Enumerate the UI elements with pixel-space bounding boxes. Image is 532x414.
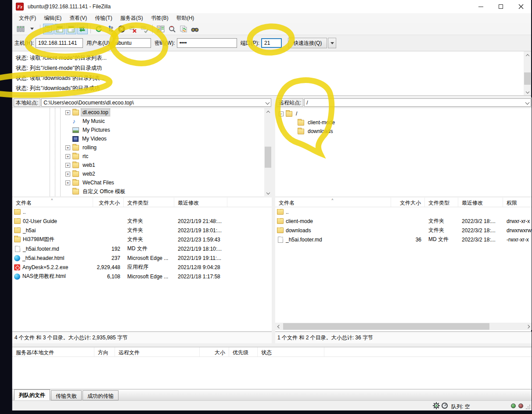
local-tree-scrollbar[interactable] xyxy=(264,108,272,196)
tree-item-my-videos[interactable]: My Videos xyxy=(12,134,272,143)
close-button[interactable] xyxy=(511,0,531,13)
file-row-updir[interactable]: .. xyxy=(12,207,272,216)
quickconnect-dropdown-button[interactable] xyxy=(328,38,336,48)
tree-item-rolling[interactable]: + rolling xyxy=(12,143,272,152)
tree-item-web1[interactable]: + web1 xyxy=(12,161,272,169)
file-row[interactable]: client-mode 文件夹 2022/3/2 18:... drwxr-xr… xyxy=(275,216,532,226)
site-manager-button[interactable] xyxy=(15,24,26,34)
remote-path-combobox[interactable]: / xyxy=(304,98,531,107)
host-input[interactable] xyxy=(36,38,83,48)
scroll-up-arrow[interactable] xyxy=(264,108,272,115)
remote-horizontal-scrollbar[interactable] xyxy=(275,323,532,330)
tree-item-downloads[interactable]: downloads xyxy=(275,127,532,136)
header-modified[interactable]: 最近修改 xyxy=(458,198,503,207)
tab-successful-transfers[interactable]: 成功的传输 xyxy=(83,390,119,400)
filename-filters-button[interactable] xyxy=(167,24,177,34)
directory-comparison-button[interactable] xyxy=(155,24,166,34)
queue-settings-button[interactable] xyxy=(433,402,440,410)
menu-file[interactable]: 文件(F) xyxy=(15,14,40,23)
queue-header-remote-file[interactable]: 远程文件 xyxy=(115,347,200,356)
tree-item-my-pictures[interactable]: My Pictures xyxy=(12,126,272,134)
file-size: 6,108 xyxy=(93,274,124,280)
tree-item-wechat-files[interactable]: + WeChat Files xyxy=(12,178,272,187)
scrollbar-thumb[interactable] xyxy=(265,147,271,168)
header-filetype[interactable]: 文件类型 xyxy=(124,198,174,207)
tree-item-client-mode[interactable]: client-mode xyxy=(275,118,532,127)
tree-item-web2[interactable]: + web2 xyxy=(12,169,272,178)
vertical-splitter[interactable] xyxy=(272,97,275,343)
queue-header-priority[interactable]: 优先级 xyxy=(229,347,258,356)
password-input[interactable] xyxy=(177,38,237,48)
minimize-button[interactable] xyxy=(471,0,491,13)
toggle-remote-tree-button[interactable] xyxy=(66,24,76,34)
header-filetype[interactable]: 文件类型 xyxy=(425,198,458,207)
local-path-combobox[interactable]: C:\Users\ecoo\Documents\dl.ecoo.top\ xyxy=(41,98,271,107)
port-input[interactable] xyxy=(261,38,282,48)
file-row[interactable]: _h5ai.header.html 237 Microsoft Edge ...… xyxy=(12,253,272,263)
header-filesize[interactable]: 文件大小 xyxy=(93,198,124,207)
file-row-updir[interactable]: .. xyxy=(275,207,532,216)
tree-item-root[interactable]: − / xyxy=(275,109,532,118)
expand-plus-icon[interactable]: + xyxy=(65,154,70,159)
collapse-minus-icon[interactable]: − xyxy=(279,112,284,116)
tab-queued-files[interactable]: 列队的文件 xyxy=(14,389,50,400)
file-row[interactable]: 02-User Guide 文件夹 2022/1/19 21:48:... xyxy=(12,216,272,226)
tree-item-dl-ecoo-top[interactable]: + dl.ecoo.top xyxy=(12,108,272,117)
expand-plus-icon[interactable]: + xyxy=(65,180,70,185)
cancel-button[interactable] xyxy=(116,24,127,34)
file-row[interactable]: _h5ai 文件夹 2022/1/19 18:01:... xyxy=(12,226,272,235)
menu-help[interactable]: 帮助(H) xyxy=(173,14,198,23)
resize-grip-icon[interactable] xyxy=(525,404,531,410)
toggle-transfer-queue-button[interactable] xyxy=(77,24,88,34)
header-permissions[interactable]: 权限 xyxy=(503,198,532,207)
scroll-down-arrow[interactable] xyxy=(264,189,272,196)
site-manager-dropdown-button[interactable] xyxy=(27,24,37,34)
queue-header-local-file[interactable]: 服务器/本地文件 xyxy=(12,347,94,356)
find-files-button[interactable] xyxy=(190,24,200,34)
file-row[interactable]: NAS使用教程.html 6,108 Microsoft Edge ... 20… xyxy=(12,272,272,281)
tree-item-rtc[interactable]: + rtc xyxy=(12,152,272,161)
tab-failed-transfers[interactable]: 传输失败 xyxy=(51,390,82,400)
queue-header-status[interactable]: 状态 xyxy=(258,347,324,356)
menu-view[interactable]: 查看(V) xyxy=(65,14,91,23)
file-row[interactable]: Hi3798M固件 文件夹 2022/1/23 1:59:43 xyxy=(12,235,272,244)
file-row[interactable]: _h5ai.footer.md 192 MD 文件 2022/1/19 18:1… xyxy=(12,244,272,253)
header-filesize[interactable]: 文件大小 xyxy=(391,198,425,207)
queue-header-direction[interactable]: 方向 xyxy=(94,347,115,356)
refresh-button[interactable] xyxy=(93,24,104,34)
expand-plus-icon[interactable]: + xyxy=(65,110,70,115)
quickconnect-button[interactable]: 快速连接(Q) xyxy=(288,38,327,48)
synchronized-browsing-button[interactable] xyxy=(178,24,189,34)
tree-item-my-music[interactable]: My Music xyxy=(12,117,272,126)
scroll-down-arrow[interactable] xyxy=(524,88,531,95)
username-input[interactable] xyxy=(113,38,151,48)
reconnect-button[interactable] xyxy=(139,24,150,34)
scroll-up-arrow[interactable] xyxy=(524,51,531,59)
scroll-left-arrow[interactable] xyxy=(275,323,283,330)
process-queue-button[interactable] xyxy=(105,24,115,34)
scrollbar-thumb[interactable] xyxy=(283,323,489,330)
queue-header-size[interactable]: 大小 xyxy=(200,347,229,356)
expand-plus-icon[interactable]: + xyxy=(65,172,70,176)
menu-transfer[interactable]: 传输(T) xyxy=(91,14,116,23)
menu-bookmarks[interactable]: 书签(B) xyxy=(147,14,173,23)
menu-server[interactable]: 服务器(S) xyxy=(116,14,147,23)
tree-item-label: rolling xyxy=(81,144,98,151)
scroll-right-arrow[interactable] xyxy=(524,323,532,330)
toggle-message-log-button[interactable] xyxy=(43,24,54,34)
expand-plus-icon[interactable]: + xyxy=(65,145,70,150)
tree-item-custom-office-templates[interactable]: 自定义 Office 模板 xyxy=(12,187,272,196)
maximize-button[interactable] xyxy=(491,0,511,13)
header-modified[interactable]: 最近修改 xyxy=(174,198,227,207)
menu-edit[interactable]: 编辑(E) xyxy=(40,14,65,23)
horizontal-splitter[interactable] xyxy=(12,343,532,347)
toggle-local-tree-button[interactable] xyxy=(54,24,65,34)
log-scrollbar[interactable] xyxy=(524,51,531,95)
speed-limits-button[interactable] xyxy=(441,402,448,410)
file-row[interactable]: AnyDesk+5.2.2.exe 2,929,448 应用程序 2021/12… xyxy=(12,263,272,272)
file-row[interactable]: downloads 文件夹 2022/3/2 18:... drwxrwxrwx xyxy=(275,226,532,235)
disconnect-button[interactable] xyxy=(128,24,138,34)
scrollbar-thumb[interactable] xyxy=(524,72,531,85)
expand-plus-icon[interactable]: + xyxy=(65,163,70,168)
file-row[interactable]: _h5ai.footer.md 36 MD 文件 2022/3/2 18:...… xyxy=(275,235,532,244)
